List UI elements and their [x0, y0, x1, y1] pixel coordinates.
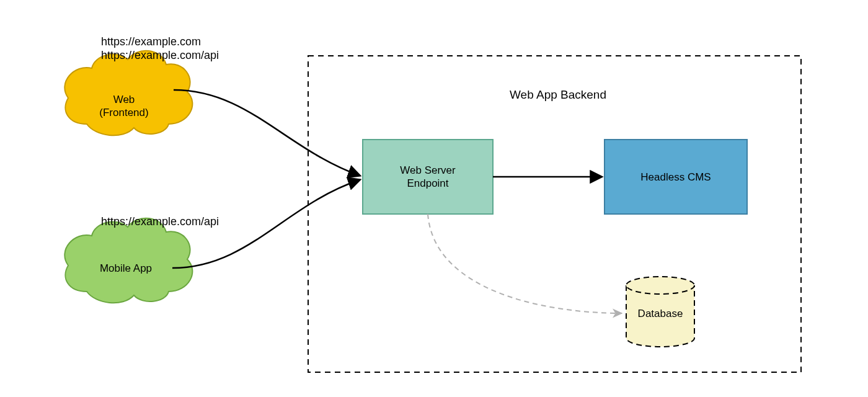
arrow-web-to-server — [174, 90, 360, 176]
web-url-line2: https://example.com/api — [101, 48, 262, 63]
web-frontend-cloud — [64, 51, 192, 136]
web-url-line1: https://example.com — [101, 35, 262, 49]
database-cylinder — [626, 277, 694, 347]
headless-cms-box — [604, 140, 747, 214]
arrow-server-to-database — [428, 214, 622, 313]
svg-point-0 — [626, 277, 694, 294]
mobile-app-cloud — [64, 218, 192, 303]
mobile-url: https://example.com/api — [101, 215, 262, 229]
backend-title: Web App Backend — [496, 88, 620, 102]
web-server-box — [363, 140, 493, 214]
architecture-diagram: https://example.com https://example.com/… — [0, 0, 868, 397]
